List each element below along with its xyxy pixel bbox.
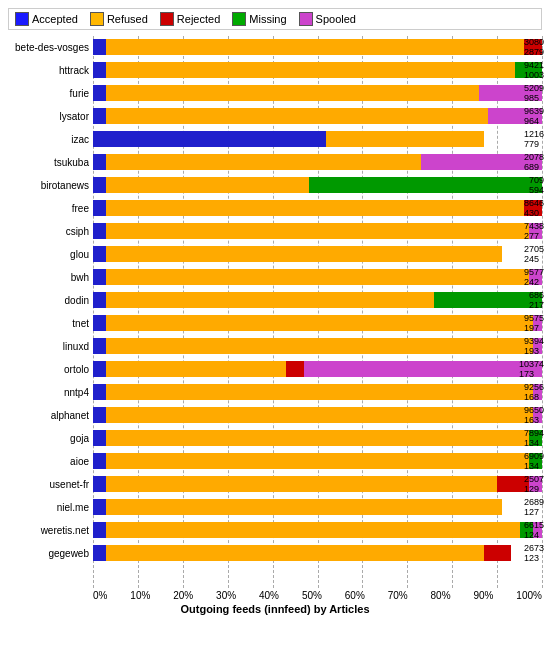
legend-color	[90, 12, 104, 26]
bar-segment-refused	[106, 39, 524, 55]
bar-number: 197	[524, 324, 544, 334]
bar-number: 964	[524, 117, 544, 127]
bar-segment-accepted	[93, 62, 106, 78]
bar-track: 2078689	[93, 154, 542, 170]
legend-item-spooled: Spooled	[299, 12, 356, 26]
bar-track: 9577242	[93, 269, 542, 285]
bar-segment-accepted	[93, 499, 106, 515]
bar-segment-accepted	[93, 269, 106, 285]
bar-segment-accepted	[93, 223, 106, 239]
legend: AcceptedRefusedRejectedMissingSpooled	[8, 8, 542, 30]
bar-track: 1216779	[93, 131, 542, 147]
x-label: 0%	[93, 590, 107, 601]
x-label: 10%	[130, 590, 150, 601]
bar-number: 985	[524, 94, 544, 104]
bar-numbers: 94211003	[524, 61, 544, 81]
legend-item-missing: Missing	[232, 12, 286, 26]
bar-segment-refused	[106, 223, 528, 239]
bar-area: 9650163	[93, 406, 542, 424]
bar-track: 7438277	[93, 223, 542, 239]
bar-segment-refused	[106, 384, 533, 400]
bar-track: 2689127	[93, 499, 542, 515]
bar-track: 2673123	[93, 545, 542, 561]
bar-segment-accepted	[93, 384, 106, 400]
bar-segment-refused	[106, 522, 519, 538]
bar-number: 689	[524, 163, 544, 173]
bar-track: 10374173	[93, 361, 542, 377]
bar-segment-refused	[106, 246, 501, 262]
row-label: linuxd	[8, 341, 93, 352]
bar-area: 9575197	[93, 314, 542, 332]
bar-numbers: 9639964	[524, 107, 544, 127]
chart-row: bete-des-vosges30802879	[8, 36, 542, 58]
bar-number: 430	[524, 209, 544, 219]
bar-segment-accepted	[93, 522, 106, 538]
chart-area: bete-des-vosges30802879httrack94211003fu…	[8, 36, 542, 615]
row-label: tsukuba	[8, 157, 93, 168]
bar-segment-refused	[106, 200, 524, 216]
legend-color	[232, 12, 246, 26]
bar-number: 124	[524, 531, 544, 541]
bar-numbers: 9394193	[524, 337, 544, 357]
bar-numbers: 9577242	[524, 268, 544, 288]
bar-number: 1003	[524, 71, 544, 81]
bar-number: 127	[524, 508, 544, 518]
bar-number: 779	[524, 140, 544, 150]
bar-segment-accepted	[93, 131, 326, 147]
chart-row: glou2705245	[8, 243, 542, 265]
bar-segment-refused	[106, 62, 515, 78]
bar-area: 9256168	[93, 383, 542, 401]
chart-row: ortolo10374173	[8, 358, 542, 380]
bar-numbers: 686217	[529, 291, 544, 311]
bar-segment-accepted	[93, 407, 106, 423]
chart-row: nntp49256168	[8, 381, 542, 403]
x-label: 80%	[431, 590, 451, 601]
bar-segment-refused	[106, 154, 420, 170]
legend-label: Missing	[249, 13, 286, 25]
chart-row: lysator9639964	[8, 105, 542, 127]
x-label: 100%	[516, 590, 542, 601]
bar-track: 709594	[93, 177, 542, 193]
chart-row: tnet9575197	[8, 312, 542, 334]
bar-track: 30802879	[93, 39, 542, 55]
row-label: bete-des-vosges	[8, 42, 93, 53]
bar-segment-refused	[106, 315, 533, 331]
bar-track: 9394193	[93, 338, 542, 354]
bar-segment-refused	[106, 499, 501, 515]
bar-numbers: 2078689	[524, 153, 544, 173]
legend-label: Spooled	[316, 13, 356, 25]
x-label: 70%	[388, 590, 408, 601]
x-label: 20%	[173, 590, 193, 601]
bar-segment-refused	[106, 338, 533, 354]
bar-area: 6909134	[93, 452, 542, 470]
chart-row: gegeweb2673123	[8, 542, 542, 564]
chart-title: Outgoing feeds (innfeed) by Articles	[8, 603, 542, 615]
legend-label: Rejected	[177, 13, 220, 25]
bar-area: 30802879	[93, 38, 542, 56]
bar-track: 5209985	[93, 85, 542, 101]
bar-segment-refused	[106, 292, 434, 308]
row-label: aioe	[8, 456, 93, 467]
chart-row: aioe6909134	[8, 450, 542, 472]
chart-row: csiph7438277	[8, 220, 542, 242]
bar-segment-accepted	[93, 430, 106, 446]
x-label: 50%	[302, 590, 322, 601]
bar-numbers: 9575197	[524, 314, 544, 334]
bar-segment-rejected	[286, 361, 304, 377]
bar-numbers: 30802879	[524, 38, 544, 58]
bar-area: 1216779	[93, 130, 542, 148]
chart-row: bwh9577242	[8, 266, 542, 288]
bar-area: 5209985	[93, 84, 542, 102]
row-label: bwh	[8, 272, 93, 283]
bar-segment-accepted	[93, 453, 106, 469]
bar-area: 10374173	[93, 360, 542, 378]
row-label: nntp4	[8, 387, 93, 398]
bar-number: 2879	[524, 48, 544, 58]
x-label: 40%	[259, 590, 279, 601]
bar-numbers: 6909134	[524, 452, 544, 472]
row-label: tnet	[8, 318, 93, 329]
bar-area: 7438277	[93, 222, 542, 240]
row-label: izac	[8, 134, 93, 145]
bar-number: 134	[524, 462, 544, 472]
legend-color	[299, 12, 313, 26]
